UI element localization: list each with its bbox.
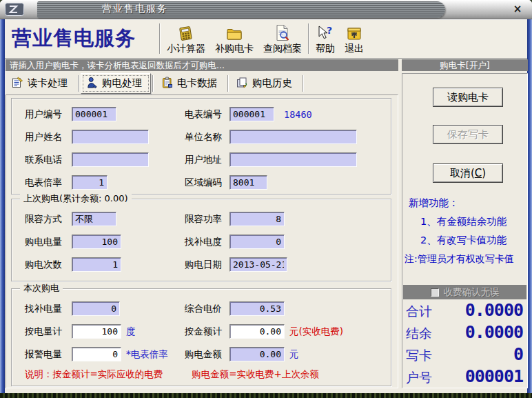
purchase-amount-input[interactable] [229, 347, 285, 361]
cancel-label: 取消( [450, 167, 475, 179]
compensation-degree-input[interactable] [229, 235, 285, 249]
address-input[interactable] [229, 152, 357, 167]
limit-power-input[interactable] [229, 212, 285, 226]
exit-icon [346, 24, 362, 42]
help-cursor-icon: ? [316, 24, 334, 42]
toolbar-separator [308, 23, 309, 54]
feature-item: 2、有改写卡值功能 [404, 231, 526, 250]
unit-text: 元 [289, 348, 299, 361]
help-button[interactable]: ? 帮助 [311, 19, 340, 58]
field-label: 购电次数 [25, 259, 72, 271]
fee-confirm-label: 收费确认无误 [444, 286, 500, 299]
cancel-mnemonic: C [475, 167, 482, 179]
svg-text:?: ? [327, 25, 332, 36]
alarm-energy-input[interactable] [72, 347, 121, 361]
toolbar-separator [159, 23, 161, 54]
note-text: 说明：按金额计=实际应收的电费 [25, 368, 163, 381]
field-label: 用户编号 [25, 108, 72, 121]
unit-price-input[interactable] [229, 301, 285, 316]
feature-notes: 新增功能： 1、有金额结余功能 2、有改写卡值功能 注:管理员才有权改写卡值 [404, 194, 526, 268]
field-label: 单位名称 [185, 131, 229, 143]
summary-label: 写卡 [406, 347, 432, 365]
field-label: 综合电价 [185, 303, 229, 315]
purchase-energy-input[interactable] [72, 235, 121, 249]
field-label: 电表编号 [185, 108, 229, 121]
tab-label: 电卡数据 [177, 77, 217, 90]
field-label: 联系电话 [25, 154, 72, 166]
view-archive-button[interactable]: 查阅档案 [258, 19, 307, 58]
phone-input[interactable] [72, 152, 149, 167]
toolbar-button-label: 退出 [345, 43, 364, 55]
tab-separator [227, 75, 229, 92]
purchase-person-icon [87, 77, 98, 90]
toolbar: 营业售电服务 小计算器 补购电卡 查阅档案 ? 帮助 [5, 19, 527, 59]
window-frame-left [0, 19, 5, 393]
side-panel: 读购电卡 保存写卡 取消(C) 新增功能： 1、有金额结余功能 2、有改写卡值功… [402, 73, 528, 388]
current-purchase-group: 本次购电 找补电量 综合电价 按电量计 度 按金额计 元(实收电费) 报警电量 … [11, 288, 391, 386]
toolbar-button-label: 补购电卡 [215, 43, 254, 55]
window-frame-right [527, 19, 532, 393]
unit-text: 元(实收电费) [289, 326, 343, 338]
toolbar-button-label: 小计算器 [167, 43, 205, 55]
limit-mode-input[interactable] [72, 212, 116, 226]
feature-heading: 新增功能： [404, 194, 526, 212]
field-label: 按电量计 [25, 326, 72, 338]
tab-purchase-history[interactable]: 购电历史 [230, 73, 301, 94]
meter-ratio-input[interactable] [72, 175, 108, 190]
close-button[interactable]: × [510, 2, 525, 16]
unit-name-input[interactable] [229, 130, 357, 144]
tab-bar: 读卡处理 购电处理 电卡数据 购电历史 [6, 72, 305, 94]
field-label: 购电金额 [185, 348, 229, 361]
summary-label: 合计 [406, 303, 432, 321]
area-code-input[interactable] [229, 175, 267, 190]
last-purchase-group: 上次购电(累计余额: 0.00) 限容方式 限容功率 购电电量 找补电度 购电次… [11, 199, 391, 281]
purchase-date-input[interactable] [229, 257, 287, 272]
app-window: 营业售电服务 × 营业售电服务 小计算器 补购电卡 查阅档案 [0, 0, 532, 398]
summary-panel: 合计 0.0000 结余 0.0000 写卡 0 户号 000001 [406, 300, 523, 388]
tab-purchase[interactable]: 购电处理 [81, 73, 151, 94]
field-label: 用户姓名 [25, 131, 72, 143]
feature-note: 注:管理员才有权改写卡值 [404, 250, 526, 268]
field-label: 限容方式 [25, 213, 72, 226]
field-label: 找补电量 [25, 303, 72, 315]
field-label: 限容功率 [185, 213, 229, 226]
field-label: 购电日期 [185, 259, 229, 271]
read-card-icon [12, 77, 23, 90]
field-label: 电表倍率 [25, 177, 72, 189]
meter-serial-text: 18460 [284, 109, 312, 120]
exit-button[interactable]: 退出 [340, 19, 369, 58]
note-text: 购电金额=实收电费+上次余额 [192, 368, 319, 381]
purchase-notes: 说明：按金额计=实际应收的电费 购电金额=实收电费+上次余额 [25, 368, 384, 381]
window-title: 营业售电服务 [102, 3, 168, 15]
tab-separator [303, 75, 304, 92]
card-folder-icon [225, 24, 243, 42]
field-label: 用户地址 [185, 154, 229, 166]
read-card-button[interactable]: 读购电卡 [433, 88, 503, 107]
fee-confirm-checkbox[interactable] [431, 288, 439, 297]
cancel-button[interactable]: 取消(C) [433, 163, 503, 183]
by-energy-input[interactable] [72, 324, 121, 339]
user-name-input[interactable] [72, 130, 149, 144]
buy-card-button[interactable]: 补购电卡 [210, 19, 258, 58]
summary-row: 结余 0.0000 [406, 322, 523, 344]
archive-search-icon [274, 24, 291, 42]
meter-id-input[interactable] [229, 107, 274, 121]
fee-confirm-bar: 收费确认无误 [403, 285, 526, 299]
user-id-input[interactable] [72, 107, 116, 121]
field-label: 区域编码 [185, 177, 229, 189]
calculator-button[interactable]: 小计算器 [162, 19, 210, 58]
tab-card-data[interactable]: 电卡数据 [155, 73, 226, 94]
unit-text: *电表倍率 [126, 348, 168, 361]
summary-row: 写卡 0 [406, 344, 523, 366]
purchase-count-input[interactable] [72, 257, 121, 272]
field-label: 按金额计 [185, 326, 229, 338]
save-write-card-button[interactable]: 保存写卡 [433, 125, 503, 144]
adjust-energy-input[interactable] [72, 301, 120, 316]
titlebar-stripes [37, 1, 445, 18]
by-amount-input[interactable] [229, 324, 285, 339]
tab-label: 购电历史 [252, 77, 292, 90]
calculator-icon [177, 24, 195, 42]
total-value: 0.0000 [465, 300, 523, 320]
tab-read-card[interactable]: 读卡处理 [6, 73, 76, 94]
field-label: 报警电量 [25, 348, 72, 361]
